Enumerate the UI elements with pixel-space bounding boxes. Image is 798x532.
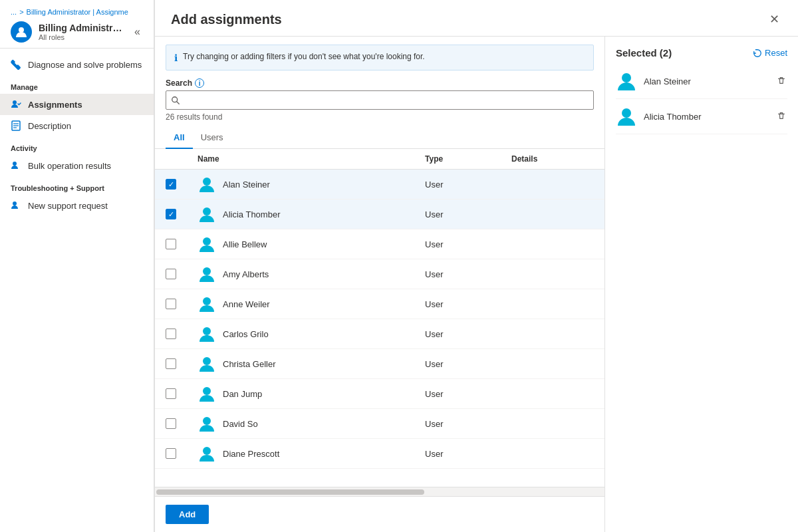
- table-cell-details: [501, 349, 604, 379]
- table-row[interactable]: David SoUser: [155, 409, 604, 439]
- table-cell-checkbox[interactable]: [155, 170, 187, 200]
- search-info-icon: i: [195, 78, 204, 88]
- dialog-close-button[interactable]: ✕: [767, 11, 782, 28]
- table-cell-name: Anne Weiler: [187, 289, 414, 319]
- table-cell-checkbox[interactable]: [155, 259, 187, 289]
- sidebar-header: ... > Billing Administrator | Assignme B…: [0, 0, 154, 49]
- checkbox[interactable]: [166, 388, 176, 399]
- avatar: [11, 21, 32, 43]
- sidebar-app-title: Billing Administrato: [39, 23, 125, 33]
- table-row[interactable]: Amy AlbertsUser: [155, 259, 604, 289]
- tab-all[interactable]: All: [166, 127, 193, 149]
- dialog-body: ℹ Try changing or adding filters if you …: [155, 37, 798, 532]
- reset-icon: [753, 49, 762, 58]
- trash-icon: [777, 111, 786, 120]
- selected-header: Selected (2) Reset: [616, 47, 787, 59]
- user-avatar: [198, 325, 216, 343]
- dialog-panel: Add assignments ✕ ℹ Try changing or addi…: [154, 0, 798, 532]
- selected-panel: Selected (2) Reset Alan SteinerAlicia Th…: [605, 37, 798, 532]
- table-cell-checkbox[interactable]: [155, 349, 187, 379]
- selected-item-delete-button[interactable]: [775, 74, 787, 88]
- table-cell-name: Diane Prescott: [187, 439, 414, 469]
- table-cell-checkbox[interactable]: [155, 200, 187, 229]
- trash-icon: [777, 76, 786, 85]
- reset-button[interactable]: Reset: [753, 48, 787, 58]
- reset-label: Reset: [765, 48, 787, 58]
- sidebar-support-section: Troubleshooting + Support: [0, 176, 154, 195]
- table-row[interactable]: Anne WeilerUser: [155, 289, 604, 319]
- table-cell-name: Allie Bellew: [187, 229, 414, 259]
- user-avatar: [198, 295, 216, 313]
- table-cell-name: Amy Alberts: [187, 259, 414, 289]
- sidebar-title-row: Billing Administrato All roles «: [11, 21, 143, 43]
- table-cell-type: User: [414, 200, 501, 229]
- sidebar-item-support[interactable]: New support request: [0, 195, 154, 216]
- user-avatar: [198, 414, 216, 433]
- tabs: All Users: [155, 127, 604, 149]
- dialog-title: Add assignments: [171, 12, 282, 27]
- checkbox[interactable]: [166, 299, 176, 309]
- sidebar-app-subtitle: All roles: [39, 33, 125, 41]
- breadcrumb-dots[interactable]: ...: [11, 8, 17, 16]
- checkbox[interactable]: [166, 448, 176, 459]
- breadcrumb[interactable]: ... > Billing Administrator | Assignme: [11, 8, 143, 16]
- add-button[interactable]: Add: [166, 505, 209, 524]
- selected-item-name: Alan Steiner: [644, 76, 769, 86]
- table-cell-checkbox[interactable]: [155, 439, 187, 469]
- user-icon: [15, 25, 28, 39]
- checkbox[interactable]: [166, 329, 176, 339]
- table-row[interactable]: Diane PrescottUser: [155, 439, 604, 469]
- table-col-details[interactable]: Details: [501, 149, 604, 170]
- table-row[interactable]: Alicia ThomberUser: [155, 200, 604, 229]
- checkbox[interactable]: [166, 269, 176, 279]
- user-name: David So: [223, 419, 258, 429]
- bulk-ops-icon: [11, 160, 21, 171]
- tab-users[interactable]: Users: [193, 127, 231, 149]
- table-row[interactable]: Alan SteinerUser: [155, 170, 604, 200]
- search-icon: [171, 96, 180, 105]
- horizontal-scrollbar-thumb[interactable]: [156, 489, 424, 495]
- checkbox[interactable]: [166, 209, 176, 219]
- table-cell-type: User: [414, 319, 501, 349]
- search-input[interactable]: [166, 90, 594, 110]
- svg-point-16: [203, 357, 211, 365]
- checkbox[interactable]: [166, 418, 176, 429]
- sidebar-nav: Diagnose and solve problems Manage Assig…: [0, 49, 154, 532]
- table-row[interactable]: Allie BellewUser: [155, 229, 604, 259]
- checkbox[interactable]: [166, 239, 176, 249]
- dialog-container: Add assignments ✕ ℹ Try changing or addi…: [154, 0, 798, 532]
- svg-point-19: [203, 447, 211, 455]
- horizontal-scrollbar[interactable]: [155, 487, 604, 496]
- table-container[interactable]: Name Type Details Alan SteinerUserAlicia…: [155, 149, 604, 487]
- table-cell-details: [501, 259, 604, 289]
- sidebar-item-description[interactable]: Description: [0, 115, 154, 136]
- table-col-type[interactable]: Type: [414, 149, 501, 170]
- sidebar-collapse-button[interactable]: «: [132, 25, 143, 39]
- svg-point-7: [13, 201, 17, 205]
- search-label: Search i: [166, 78, 594, 88]
- sidebar-item-bulk-ops[interactable]: Bulk operation results: [0, 155, 154, 176]
- sidebar-item-assignments[interactable]: Assignments: [0, 94, 154, 115]
- table-row[interactable]: Carlos GriloUser: [155, 319, 604, 349]
- table-row[interactable]: Dan JumpUser: [155, 379, 604, 409]
- table-cell-checkbox[interactable]: [155, 379, 187, 409]
- table-col-name[interactable]: Name: [187, 149, 414, 170]
- table-cell-checkbox[interactable]: [155, 319, 187, 349]
- user-name: Christa Geller: [223, 359, 275, 369]
- checkbox[interactable]: [166, 179, 176, 190]
- results-count: 26 results found: [166, 112, 594, 122]
- table-cell-details: [501, 200, 604, 229]
- users-table: Name Type Details Alan SteinerUserAlicia…: [155, 149, 604, 469]
- table-cell-checkbox[interactable]: [155, 289, 187, 319]
- sidebar-item-diagnose[interactable]: Diagnose and solve problems: [0, 54, 154, 75]
- sidebar-diagnose-label: Diagnose and solve problems: [28, 60, 142, 70]
- table-row[interactable]: Christa GellerUser: [155, 349, 604, 379]
- table-cell-checkbox[interactable]: [155, 229, 187, 259]
- table-cell-checkbox[interactable]: [155, 409, 187, 439]
- table-cell-name: Christa Geller: [187, 349, 414, 379]
- breadcrumb-link[interactable]: Billing Administrator | Assignme: [27, 8, 128, 16]
- table-cell-name: Alicia Thomber: [187, 200, 414, 229]
- selected-item-delete-button[interactable]: [775, 110, 787, 124]
- checkbox[interactable]: [166, 358, 176, 369]
- table-cell-name: David So: [187, 409, 414, 439]
